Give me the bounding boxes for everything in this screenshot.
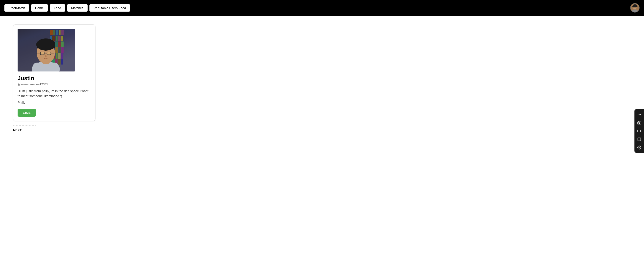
svg-point-27 (639, 147, 640, 148)
profile-handle: @lens/someone12345 (18, 83, 91, 86)
svg-point-13 (47, 52, 51, 55)
svg-rect-11 (37, 42, 55, 49)
main-content: Justin @lens/someone12345 Hi im justin f… (0, 16, 644, 141)
next-label: NEXT (13, 128, 631, 132)
nav-home-button[interactable]: Home (31, 4, 48, 12)
divider-section: ---------------- NEXT (13, 124, 631, 132)
svg-point-20 (638, 114, 638, 115)
settings-gear-icon[interactable] (636, 144, 643, 151)
profile-location: Philly (18, 101, 91, 104)
svg-marker-24 (640, 130, 641, 132)
camera-photo-icon[interactable] (636, 119, 643, 126)
square-icon[interactable] (636, 136, 643, 143)
like-button[interactable]: LIKE (18, 109, 36, 117)
nav-feed-button[interactable]: Feed (50, 4, 65, 12)
navbar: EtherMatch Home Feed Matches Reputable U… (0, 0, 644, 16)
person-silhouette (18, 29, 75, 72)
svg-point-19 (45, 55, 47, 57)
profile-name: Justin (18, 75, 91, 82)
divider-dashes: ---------------- (13, 124, 631, 127)
user-avatar[interactable] (630, 3, 640, 13)
nav-reputable-users-feed-button[interactable]: Reputable Users Feed (90, 4, 130, 12)
svg-rect-25 (638, 130, 640, 132)
svg-rect-26 (638, 138, 641, 141)
svg-point-22 (640, 114, 641, 115)
nav-matches-button[interactable]: Matches (67, 4, 88, 12)
svg-rect-3 (632, 6, 638, 8)
profile-photo (18, 29, 75, 72)
nav-brand-button[interactable]: EtherMatch (4, 4, 29, 12)
profile-bio: Hi im justin from philly, im in the defi… (18, 89, 91, 98)
avatar-image (630, 3, 640, 13)
svg-rect-7 (33, 63, 59, 72)
more-options-icon[interactable] (636, 111, 643, 118)
svg-point-23 (638, 122, 640, 124)
svg-point-21 (639, 114, 640, 115)
side-toolbar (634, 109, 644, 153)
nav-items: EtherMatch Home Feed Matches Reputable U… (4, 4, 130, 12)
svg-point-4 (632, 9, 638, 13)
svg-point-12 (41, 52, 44, 55)
profile-card: Justin @lens/someone12345 Hi im justin f… (13, 24, 96, 121)
photo-placeholder (18, 29, 75, 72)
camera-video-icon[interactable] (636, 128, 643, 134)
